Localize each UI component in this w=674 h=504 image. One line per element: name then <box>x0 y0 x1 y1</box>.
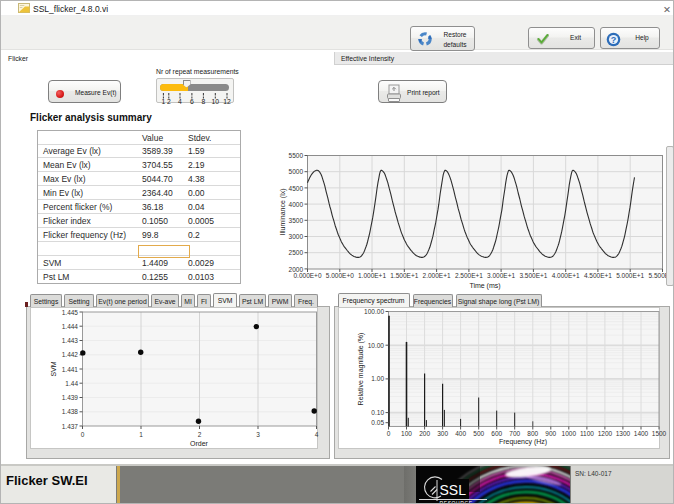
svg-text:1100: 1100 <box>580 430 594 437</box>
svg-text:1.00: 1.00 <box>371 375 384 382</box>
svg-text:300: 300 <box>437 430 448 437</box>
svg-text:700: 700 <box>509 430 520 437</box>
svg-text:1500: 1500 <box>652 430 667 437</box>
svg-text:0.10: 0.10 <box>371 409 384 416</box>
svg-text:1400: 1400 <box>634 430 649 437</box>
svg-text:800: 800 <box>527 430 538 437</box>
svg-text:600: 600 <box>491 430 502 437</box>
svg-text:900: 900 <box>545 430 556 437</box>
svg-text:Frequency (Hz): Frequency (Hz) <box>499 438 547 446</box>
svg-text:1000: 1000 <box>562 430 577 437</box>
svg-text:200: 200 <box>419 430 430 437</box>
svg-text:RESOURCE: RESOURCE <box>440 500 473 504</box>
svg-text:0: 0 <box>387 430 391 437</box>
svg-text:0.05: 0.05 <box>371 419 384 426</box>
svg-text:100: 100 <box>401 430 412 437</box>
svg-text:400: 400 <box>455 430 466 437</box>
svg-text:1200: 1200 <box>598 430 613 437</box>
svg-text:SSL: SSL <box>440 482 467 498</box>
svg-text:100.00: 100.00 <box>364 308 384 315</box>
svg-text:Relative magnitude (%): Relative magnitude (%) <box>357 333 365 406</box>
svg-text:1300: 1300 <box>616 430 631 437</box>
svg-text:500: 500 <box>473 430 484 437</box>
svg-text:10.00: 10.00 <box>368 342 385 349</box>
